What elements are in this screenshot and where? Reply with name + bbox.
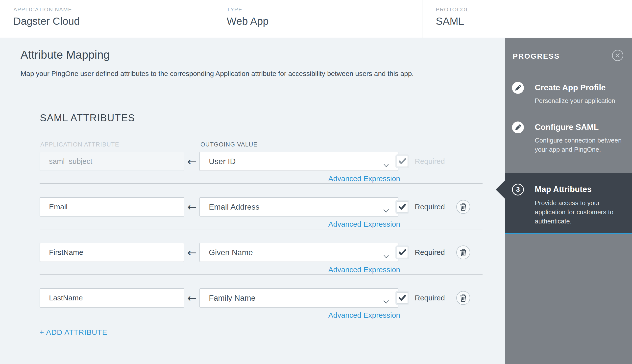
- progress-step-configure-saml[interactable]: Configure SAML Configure connection betw…: [505, 122, 632, 171]
- required-checkbox[interactable]: [397, 292, 408, 304]
- outgoing-value-selected: Given Name: [209, 248, 253, 257]
- outgoing-value-selected: User ID: [209, 157, 236, 166]
- outgoing-value-select[interactable]: User ID: [200, 152, 398, 171]
- chevron-down-icon: [383, 297, 389, 306]
- trash-icon[interactable]: [456, 246, 470, 259]
- application-attribute-column-label: APPLICATION ATTRIBUTE: [40, 141, 119, 148]
- advanced-expression-link[interactable]: Advanced Expression: [200, 311, 400, 320]
- type-value: Web App: [227, 15, 269, 27]
- outgoing-value-select[interactable]: Family Name: [200, 288, 398, 308]
- page-description: Map your PingOne user defined attributes…: [20, 70, 414, 78]
- required-label: Required: [415, 248, 445, 256]
- type-label: TYPE: [227, 6, 242, 13]
- close-icon[interactable]: [612, 50, 624, 61]
- progress-heading: PROGRESS: [513, 52, 560, 60]
- advanced-expression-link[interactable]: Advanced Expression: [200, 266, 400, 274]
- required-label: Required: [415, 157, 445, 166]
- row-divider: [40, 274, 482, 275]
- add-attribute-button[interactable]: + ADD ATTRIBUTE: [40, 328, 108, 336]
- attribute-mapping-row: ← User ID Required Advanced Expression: [0, 152, 505, 197]
- advanced-expression-link[interactable]: Advanced Expression: [200, 220, 400, 228]
- attribute-mapping-row: ← Family Name Required Advanced Expressi…: [0, 288, 505, 334]
- title-divider: [20, 91, 482, 91]
- pencil-icon: [512, 122, 524, 134]
- step-title: Create App Profile: [535, 83, 606, 92]
- progress-step-create-app-profile[interactable]: Create App Profile Personalize your appl…: [505, 82, 632, 116]
- trash-icon[interactable]: [456, 200, 470, 214]
- chevron-down-icon: [383, 206, 389, 215]
- chevron-down-icon: [383, 251, 389, 260]
- required-checkbox[interactable]: [397, 247, 408, 258]
- required-checkbox[interactable]: [397, 156, 408, 167]
- progress-step-map-attributes-active[interactable]: 3 Map Attributes Provide access to your …: [505, 173, 632, 234]
- outgoing-value-select[interactable]: Given Name: [200, 243, 398, 262]
- trash-icon[interactable]: [456, 291, 470, 305]
- app-summary-header: APPLICATION NAME Dagster Cloud TYPE Web …: [0, 0, 632, 38]
- step-number-badge: 3: [512, 184, 524, 196]
- attribute-rows: ← User ID Required Advanced Expression: [0, 152, 505, 334]
- application-name-label: APPLICATION NAME: [13, 6, 72, 13]
- outgoing-value-selected: Email Address: [209, 202, 260, 212]
- attribute-mapping-row: ← Email Address Required Advanced Expres…: [0, 197, 505, 243]
- header-cell-type: TYPE Web App: [213, 0, 422, 38]
- chevron-down-icon: [383, 160, 389, 169]
- map-arrow-icon: ←: [184, 197, 200, 216]
- saml-attributes-heading: SAML ATTRIBUTES: [40, 112, 135, 124]
- application-name-value: Dagster Cloud: [13, 15, 80, 27]
- application-attribute-input[interactable]: [40, 197, 184, 216]
- pencil-icon: [512, 82, 524, 94]
- step-title: Configure SAML: [535, 122, 598, 132]
- outgoing-value-selected: Family Name: [209, 294, 255, 303]
- application-attribute-input[interactable]: [40, 243, 184, 262]
- application-attribute-input[interactable]: [40, 288, 184, 308]
- map-arrow-icon: ←: [184, 152, 200, 171]
- map-arrow-icon: ←: [184, 243, 200, 262]
- protocol-label: PROTOCOL: [436, 6, 469, 13]
- step-subtitle: Provide access to your application for c…: [535, 198, 627, 226]
- step-subtitle: Personalize your application: [535, 96, 627, 106]
- header-cell-protocol: PROTOCOL SAML: [422, 0, 632, 38]
- row-divider: [40, 183, 482, 184]
- outgoing-value-column-label: OUTGOING VALUE: [200, 141, 258, 148]
- attribute-mapping-screen: APPLICATION NAME Dagster Cloud TYPE Web …: [0, 0, 632, 364]
- step-title: Map Attributes: [535, 184, 592, 194]
- outgoing-value-select[interactable]: Email Address: [200, 197, 398, 216]
- active-step-accent-bar: [505, 233, 632, 234]
- application-attribute-input[interactable]: [40, 152, 184, 171]
- required-checkbox[interactable]: [397, 201, 408, 212]
- advanced-expression-link[interactable]: Advanced Expression: [200, 174, 400, 183]
- page-title: Attribute Mapping: [20, 48, 110, 61]
- attribute-mapping-row: ← Given Name Required Advanced Expressio…: [0, 243, 505, 288]
- attribute-mapping-main: Attribute Mapping Map your PingOne user …: [0, 38, 505, 364]
- map-arrow-icon: ←: [184, 288, 200, 308]
- required-label: Required: [415, 294, 445, 302]
- step-subtitle: Configure connection between your app an…: [535, 136, 627, 154]
- row-divider: [40, 229, 482, 230]
- progress-panel: PROGRESS Create App Profile Personalize …: [505, 38, 632, 364]
- header-cell-application-name: APPLICATION NAME Dagster Cloud: [0, 0, 213, 38]
- protocol-value: SAML: [436, 15, 464, 27]
- required-label: Required: [415, 203, 445, 211]
